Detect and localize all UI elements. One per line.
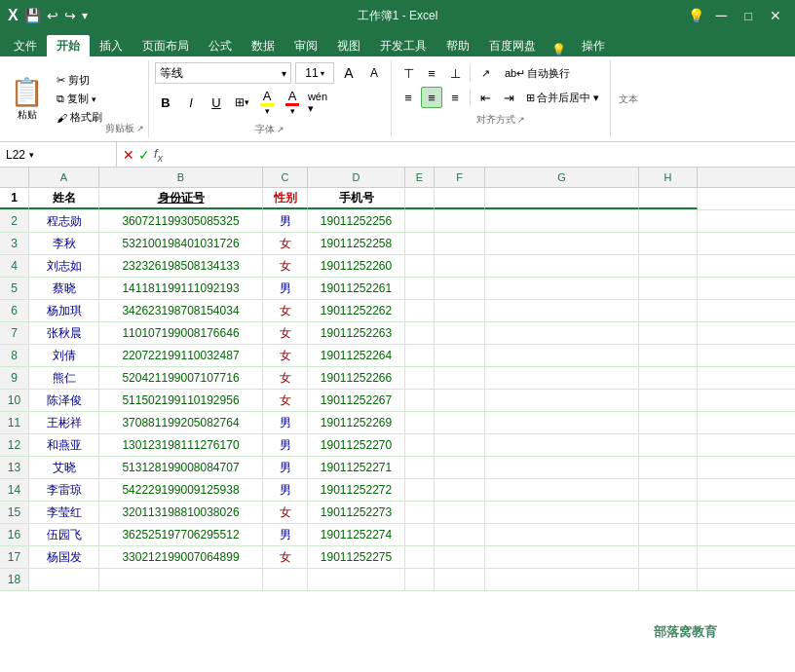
cell-f[interactable] [435, 524, 485, 545]
cell-gender[interactable]: 女 [263, 367, 308, 389]
cell-f[interactable] [435, 546, 485, 568]
cell-name[interactable]: 李秋 [29, 233, 99, 254]
cell-phone[interactable]: 19011252264 [308, 345, 405, 366]
tab-file[interactable]: 文件 [4, 35, 47, 56]
table-row[interactable]: 14 李雷琼 542229199009125938 男 19011252272 [0, 479, 795, 502]
cell-g[interactable] [485, 546, 639, 568]
tab-operation[interactable]: 操作 [572, 35, 615, 56]
cell-id[interactable]: 身份证号 [99, 188, 263, 209]
cell-id[interactable]: 320113198810038026 [99, 502, 263, 523]
cell-gender[interactable]: 女 [263, 502, 308, 523]
cell-h[interactable] [639, 300, 698, 321]
cell-phone[interactable]: 19011252271 [308, 457, 405, 478]
font-name-selector[interactable]: 等线 [155, 62, 291, 84]
table-row[interactable]: 1 姓名 身份证号 性别 手机号 [0, 188, 795, 210]
cell-e[interactable] [405, 278, 435, 299]
cell-id[interactable]: 110107199008176646 [99, 322, 263, 344]
cell-g[interactable] [485, 188, 639, 209]
tab-home[interactable]: 开始 [47, 35, 90, 56]
cell-phone[interactable]: 19011252258 [308, 233, 405, 254]
cell-e[interactable] [405, 412, 435, 433]
cell-h[interactable] [639, 255, 698, 277]
cell-g[interactable] [485, 524, 639, 545]
cell-f[interactable] [435, 300, 485, 321]
tab-insert[interactable]: 插入 [90, 35, 132, 56]
table-row[interactable]: 6 杨加琪 342623198708154034 女 19011252262 [0, 300, 795, 322]
cell-g[interactable] [485, 300, 639, 321]
table-row[interactable]: 12 和燕亚 130123198111276170 男 19011252270 [0, 434, 795, 457]
align-right-btn[interactable]: ≡ [444, 87, 466, 108]
cell-f[interactable] [435, 278, 485, 299]
tab-help[interactable]: 帮助 [436, 35, 479, 56]
cell-f[interactable] [435, 412, 485, 433]
cell-id[interactable] [99, 569, 263, 590]
cell-gender[interactable]: 女 [263, 255, 308, 277]
alignment-group-expand[interactable]: 对齐方式 ↗ [398, 113, 604, 127]
cell-e[interactable] [405, 345, 435, 366]
cell-id[interactable]: 342623198708154034 [99, 300, 263, 321]
increase-indent-btn[interactable]: ⇥ [498, 87, 519, 108]
align-bottom-btn[interactable]: ⊥ [444, 62, 466, 84]
cell-e[interactable] [405, 233, 435, 254]
cell-phone[interactable]: 19011252260 [308, 255, 405, 277]
table-row[interactable]: 3 李秋 532100198401031726 女 19011252258 [0, 233, 795, 255]
cell-e[interactable] [405, 546, 435, 568]
cell-name[interactable]: 杨国发 [29, 546, 99, 568]
cell-id[interactable]: 362525197706295512 [99, 524, 263, 545]
col-header-h[interactable]: H [639, 168, 698, 187]
cell-name[interactable]: 李雷琼 [29, 479, 99, 501]
cell-name[interactable]: 张秋晨 [29, 322, 99, 344]
cell-gender[interactable]: 男 [263, 210, 308, 232]
cell-name[interactable]: 和燕亚 [29, 434, 99, 456]
table-row[interactable]: 16 伍园飞 362525197706295512 男 19011252274 [0, 524, 795, 546]
align-center-btn[interactable]: ≡ [421, 87, 442, 108]
cell-e[interactable] [405, 569, 435, 590]
cell-f[interactable] [435, 345, 485, 366]
cell-g[interactable] [485, 457, 639, 478]
cell-g[interactable] [485, 390, 639, 411]
italic-button[interactable]: I [180, 92, 202, 113]
cell-e[interactable] [405, 300, 435, 321]
cell-f[interactable] [435, 569, 485, 590]
formula-input[interactable] [169, 142, 795, 167]
cell-phone[interactable]: 19011252262 [308, 300, 405, 321]
cell-f[interactable] [435, 210, 485, 232]
cell-gender[interactable] [263, 569, 308, 590]
cell-h[interactable] [639, 233, 698, 254]
tab-baidu[interactable]: 百度网盘 [479, 35, 546, 56]
cell-e[interactable] [405, 188, 435, 209]
cell-g[interactable] [485, 502, 639, 523]
table-row[interactable]: 15 李莹红 320113198810038026 女 19011252273 [0, 502, 795, 524]
decrease-indent-btn[interactable]: ⇤ [474, 87, 496, 108]
cell-h[interactable] [639, 188, 698, 209]
cell-g[interactable] [485, 278, 639, 299]
cell-e[interactable] [405, 502, 435, 523]
phonetic-btn[interactable]: wén▾ [307, 92, 328, 113]
formula-confirm-icon[interactable]: ✓ [138, 147, 150, 163]
cell-h[interactable] [639, 434, 698, 456]
cell-phone[interactable]: 19011252272 [308, 479, 405, 501]
lightbulb-icon[interactable]: 💡 [688, 8, 704, 23]
cell-phone[interactable]: 19011252273 [308, 502, 405, 523]
font-color-button[interactable]: A ▾ [282, 87, 303, 118]
cell-f[interactable] [435, 434, 485, 456]
cell-e[interactable] [405, 457, 435, 478]
formula-cancel-icon[interactable]: ✕ [123, 147, 134, 163]
cell-id[interactable]: 520421199007107716 [99, 367, 263, 389]
cell-e[interactable] [405, 479, 435, 501]
tab-review[interactable]: 审阅 [284, 35, 327, 56]
text-angle-btn[interactable]: ↗ [474, 62, 496, 84]
cell-f[interactable] [435, 502, 485, 523]
customize-icon[interactable]: ▾ [82, 9, 88, 22]
cell-name[interactable]: 伍园飞 [29, 524, 99, 545]
cell-gender[interactable]: 男 [263, 278, 308, 299]
tab-view[interactable]: 视图 [327, 35, 370, 56]
cell-g[interactable] [485, 345, 639, 366]
cell-f[interactable] [435, 255, 485, 277]
save-icon[interactable]: 💾 [24, 8, 41, 23]
align-middle-btn[interactable]: ≡ [421, 62, 442, 84]
maximize-btn[interactable]: □ [738, 9, 758, 23]
cell-phone[interactable]: 19011252269 [308, 412, 405, 433]
cell-e[interactable] [405, 210, 435, 232]
redo-icon[interactable]: ↪ [64, 8, 76, 23]
